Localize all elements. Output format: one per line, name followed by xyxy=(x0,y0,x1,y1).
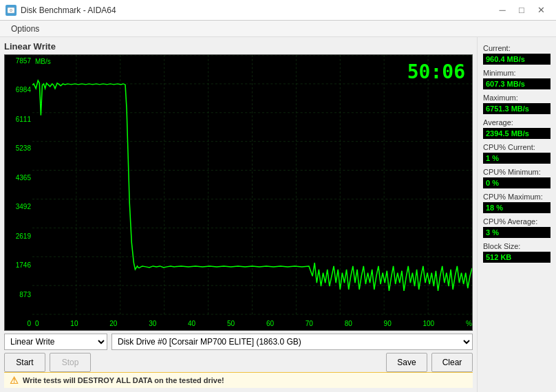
cpu-current-label: CPU% Current: xyxy=(483,143,550,151)
cpu-minimum-value: 0 % xyxy=(483,177,550,188)
maximum-label: Maximum: xyxy=(483,94,550,102)
warning-icon: ⚠ xyxy=(10,375,19,386)
cpu-minimum-label: CPU% Minimum: xyxy=(483,168,550,176)
chart-container: MB/s 7857 6984 6111 5238 4365 3492 2619 … xyxy=(4,54,473,331)
cpu-maximum-value: 18 % xyxy=(483,202,550,213)
maximum-value: 6751.3 MB/s xyxy=(483,103,550,114)
y-label-873: 873 xyxy=(6,292,31,298)
y-label-7857: 7857 xyxy=(6,58,31,65)
y-label-6111: 6111 xyxy=(6,116,31,123)
cpu-average-label: CPU% Average: xyxy=(483,217,550,226)
window-controls: ─ □ ✕ xyxy=(493,1,550,20)
y-label-6984: 6984 xyxy=(6,87,31,94)
sidebar: Current: 960.4 MB/s Minimum: 607.3 MB/s … xyxy=(477,37,556,392)
warning-bar: ⚠ Write tests will DESTROY ALL DATA on t… xyxy=(4,372,473,388)
y-label-0: 0 xyxy=(6,320,31,327)
y-axis: 7857 6984 6111 5238 4365 3492 2619 1746 … xyxy=(5,55,32,330)
average-value: 2394.5 MB/s xyxy=(483,128,550,139)
x-axis: 0 10 20 30 40 50 60 70 80 90 100 % xyxy=(32,316,472,330)
stop-button[interactable]: Stop xyxy=(50,353,91,372)
control-row-selects: Linear Write Disk Drive #0 [Corsair MP70… xyxy=(4,334,473,350)
clear-button[interactable]: Clear xyxy=(431,353,473,372)
y-label-4365: 4365 xyxy=(6,175,31,182)
close-button[interactable]: ✕ xyxy=(531,1,550,20)
menu-item-options[interactable]: Options xyxy=(6,23,45,35)
btn-row: Start Stop Save Clear xyxy=(4,353,473,372)
average-label: Average: xyxy=(483,118,550,127)
save-button[interactable]: Save xyxy=(386,353,427,372)
start-button[interactable]: Start xyxy=(4,353,45,372)
drive-select[interactable]: Disk Drive #0 [Corsair MP700 ELITE] (186… xyxy=(111,334,473,350)
minimum-value: 607.3 MB/s xyxy=(483,78,550,89)
current-value: 960.4 MB/s xyxy=(483,54,550,65)
cpu-current-value: 1 % xyxy=(483,153,550,164)
y-label-3492: 3492 xyxy=(6,204,31,210)
warning-text: Write tests will DESTROY ALL DATA on the… xyxy=(23,376,224,384)
y-label-5238: 5238 xyxy=(6,145,31,152)
maximize-button[interactable]: □ xyxy=(512,1,531,20)
test-label: Linear Write xyxy=(4,41,473,52)
app-icon xyxy=(6,5,17,16)
minimize-button[interactable]: ─ xyxy=(493,1,512,20)
main-area: Linear Write MB/s 7857 6984 6111 5238 43… xyxy=(0,37,477,392)
cpu-maximum-label: CPU% Maximum: xyxy=(483,193,550,201)
minimum-label: Minimum: xyxy=(483,69,550,77)
test-type-select[interactable]: Linear Write xyxy=(4,334,107,350)
block-size-label: Block Size: xyxy=(483,242,550,250)
chart-svg xyxy=(32,55,472,316)
bottom-controls: Linear Write Disk Drive #0 [Corsair MP70… xyxy=(4,334,473,372)
timer-display: 50:06 xyxy=(407,61,465,83)
chart-inner xyxy=(32,55,472,316)
current-label: Current: xyxy=(483,44,550,52)
window-title: Disk Benchmark - AIDA64 xyxy=(21,6,116,15)
svg-point-2 xyxy=(10,10,12,11)
block-size-value: 512 KB xyxy=(483,252,550,263)
y-label-1746: 1746 xyxy=(6,262,31,269)
cpu-average-value: 3 % xyxy=(483,227,550,238)
title-bar: Disk Benchmark - AIDA64 ─ □ ✕ xyxy=(0,0,556,21)
y-label-2619: 2619 xyxy=(6,233,31,240)
menu-bar: Options xyxy=(0,21,556,37)
